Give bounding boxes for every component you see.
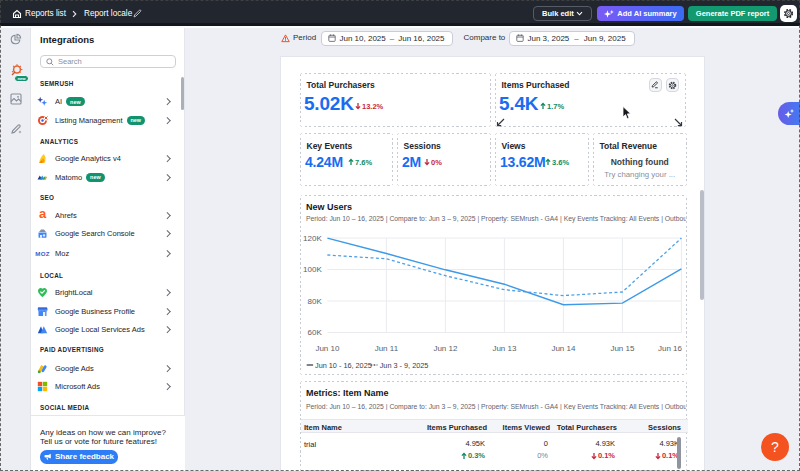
svg-text:100K: 100K xyxy=(303,265,322,274)
svg-text:Jun 3 - 9, 2025: Jun 3 - 9, 2025 xyxy=(380,361,429,370)
svg-text:Jun 12: Jun 12 xyxy=(433,344,458,353)
svg-text:Jun 10 - 16, 2025: Jun 10 - 16, 2025 xyxy=(315,361,372,370)
svg-text:80K: 80K xyxy=(308,297,323,306)
svg-text:60K: 60K xyxy=(308,328,323,337)
svg-text:Jun 16: Jun 16 xyxy=(658,344,683,353)
svg-text:120K: 120K xyxy=(303,234,322,243)
svg-text:Jun 11: Jun 11 xyxy=(375,344,399,353)
svg-text:Jun 13: Jun 13 xyxy=(492,344,517,353)
svg-text:Jun 15: Jun 15 xyxy=(610,344,635,353)
svg-text:Jun 10: Jun 10 xyxy=(315,344,340,353)
svg-text:Jun 14: Jun 14 xyxy=(551,344,576,353)
